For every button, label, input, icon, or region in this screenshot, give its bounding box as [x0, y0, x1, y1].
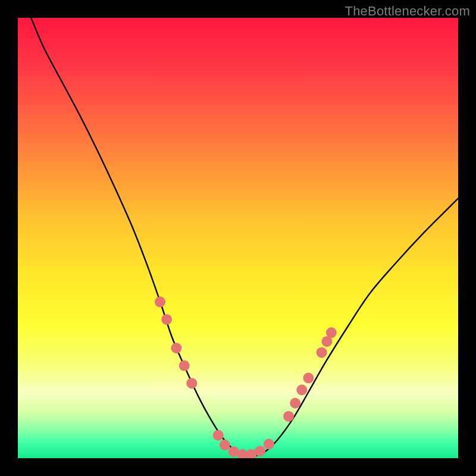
- highlight-dot: [186, 378, 197, 389]
- highlight-dot: [161, 314, 172, 325]
- highlight-dot: [264, 439, 274, 449]
- highlight-dot: [179, 361, 190, 371]
- highlight-dot: [317, 347, 327, 358]
- highlight-dot: [303, 372, 314, 383]
- plot-area: [18, 18, 458, 458]
- highlight-dot: [296, 384, 307, 395]
- highlight-dot: [171, 343, 181, 353]
- highlight-dot: [255, 446, 265, 456]
- highlight-dot: [213, 430, 224, 441]
- curve-layer: [18, 18, 458, 458]
- bottleneck-curve: [31, 18, 458, 456]
- highlight-dot: [220, 440, 230, 450]
- highlight-dots-group: [155, 296, 337, 458]
- watermark-text: TheBottlenecker.com: [345, 4, 470, 19]
- chart-frame: TheBottlenecker.com: [0, 0, 476, 476]
- highlight-dot: [283, 411, 294, 422]
- highlight-dot: [326, 327, 337, 338]
- highlight-dot: [290, 398, 300, 409]
- highlight-dot: [155, 296, 165, 307]
